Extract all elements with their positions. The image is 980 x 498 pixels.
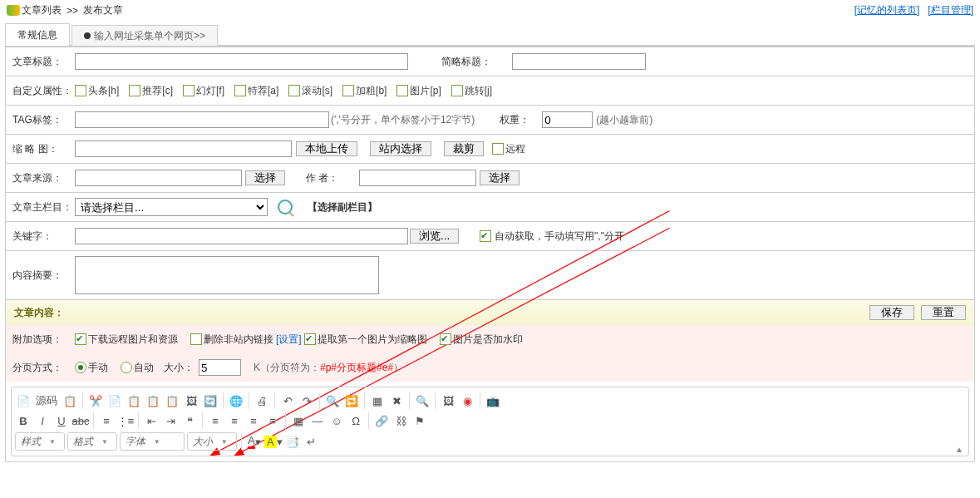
author-input[interactable] bbox=[359, 170, 476, 186]
tab-normal[interactable]: 常规信息 bbox=[5, 23, 70, 46]
scroll-cue-icon[interactable]: ▲ bbox=[955, 445, 963, 454]
copy-icon[interactable]: 📄 bbox=[106, 392, 123, 409]
cb-scroll[interactable] bbox=[288, 85, 300, 96]
book-icon bbox=[7, 5, 20, 17]
fontsize-dropdown[interactable]: 大小▼ bbox=[187, 432, 237, 451]
cb-headline[interactable] bbox=[75, 85, 86, 96]
source-input[interactable] bbox=[75, 170, 242, 186]
breadcrumb-list-link[interactable]: 文章列表 bbox=[22, 3, 62, 17]
font-dropdown[interactable]: 字体▼ bbox=[120, 432, 185, 451]
align-right-icon[interactable]: ≡ bbox=[245, 412, 262, 429]
settings-link[interactable]: [设置] bbox=[276, 333, 302, 347]
bold-icon[interactable]: B bbox=[15, 412, 32, 429]
cb-slide[interactable] bbox=[183, 85, 195, 96]
cb-image[interactable] bbox=[396, 85, 408, 96]
styles-dropdown[interactable]: 样式▼ bbox=[15, 432, 65, 451]
label-options: 附加选项： bbox=[12, 333, 75, 347]
link-icon[interactable]: 🔗 bbox=[373, 412, 390, 429]
table-icon[interactable]: ▦ bbox=[290, 412, 307, 429]
station-select-button[interactable]: 站内选择 bbox=[370, 141, 431, 156]
memory-list-link[interactable]: [记忆的列表页] bbox=[854, 3, 920, 17]
paste-text-icon[interactable]: 📋 bbox=[145, 392, 161, 409]
ol-icon[interactable]: ≡ bbox=[98, 412, 115, 429]
paste-icon[interactable]: 📋 bbox=[126, 392, 142, 409]
replace-icon[interactable]: 🔁 bbox=[343, 392, 360, 409]
textcolor-icon[interactable]: A▾ bbox=[246, 433, 263, 450]
browse-button[interactable]: 浏览... bbox=[410, 229, 459, 244]
label-thumb: 缩 略 图： bbox=[12, 142, 75, 156]
ul-icon[interactable]: ⋮≡ bbox=[117, 412, 134, 429]
radio-auto[interactable] bbox=[121, 362, 132, 373]
maincol-select[interactable]: 请选择栏目... bbox=[75, 198, 268, 216]
tab-collect[interactable]: 输入网址采集单个网页>> bbox=[71, 25, 218, 46]
tag-input[interactable] bbox=[75, 111, 329, 128]
save-button[interactable]: 保存 bbox=[869, 305, 914, 320]
redo-icon[interactable]: ↷ bbox=[298, 392, 315, 409]
keyword-input[interactable] bbox=[75, 228, 408, 244]
thumb-input[interactable] bbox=[75, 141, 292, 157]
print-icon[interactable]: 🖨 bbox=[254, 392, 270, 409]
cb-download[interactable] bbox=[75, 333, 86, 345]
zoom-icon[interactable]: 🔍 bbox=[414, 392, 431, 409]
paste-word-icon[interactable]: 📋 bbox=[164, 392, 180, 409]
remove-format-icon[interactable]: ✖ bbox=[388, 392, 405, 409]
flash-icon[interactable]: ◉ bbox=[459, 392, 475, 409]
format-dropdown[interactable]: 格式▼ bbox=[67, 432, 117, 451]
size-input[interactable] bbox=[199, 359, 241, 376]
short-title-input[interactable] bbox=[512, 53, 646, 70]
author-select-button[interactable]: 选择 bbox=[480, 170, 520, 185]
title-input[interactable] bbox=[75, 53, 408, 70]
crop-button[interactable]: 裁剪 bbox=[444, 141, 484, 156]
anchor-icon[interactable]: ⚑ bbox=[411, 412, 428, 429]
upload-button[interactable]: 本地上传 bbox=[296, 141, 357, 156]
radio-manual[interactable] bbox=[75, 362, 86, 373]
template-icon[interactable]: 📋 bbox=[62, 392, 78, 409]
cb-dellink[interactable] bbox=[190, 333, 202, 345]
reset-button[interactable]: 重置 bbox=[921, 305, 966, 320]
cb-remote[interactable] bbox=[492, 143, 504, 155]
label-title: 文章标题： bbox=[12, 55, 75, 69]
video-icon[interactable]: 📺 bbox=[485, 392, 501, 409]
align-center-icon[interactable]: ≡ bbox=[226, 412, 243, 429]
picture-icon[interactable]: 🖼 bbox=[440, 392, 456, 409]
emoji-icon[interactable]: ☺ bbox=[328, 412, 345, 429]
category-manage-link[interactable]: [栏目管理] bbox=[928, 3, 973, 17]
image-icon[interactable]: 🖼 bbox=[183, 392, 199, 409]
undo-icon[interactable]: ↶ bbox=[279, 392, 296, 409]
wrap-icon[interactable]: ↵ bbox=[303, 433, 320, 450]
globe-icon[interactable]: 🌐 bbox=[228, 392, 244, 409]
source-select-button[interactable]: 选择 bbox=[245, 170, 285, 185]
find-icon[interactable]: 🔍 bbox=[324, 392, 341, 409]
cb-extract[interactable] bbox=[304, 333, 316, 345]
omega-icon[interactable]: Ω bbox=[347, 412, 364, 429]
align-justify-icon[interactable]: ≡ bbox=[264, 412, 281, 429]
weight-input[interactable] bbox=[542, 111, 593, 128]
underline-icon[interactable]: U bbox=[53, 412, 70, 429]
bgcolor-icon[interactable]: A▾ bbox=[265, 433, 282, 450]
label-weight: 权重： bbox=[500, 113, 529, 127]
cb-recommend[interactable] bbox=[129, 85, 140, 96]
unlink-icon[interactable]: ⛓ bbox=[392, 412, 409, 429]
cb-autoget[interactable] bbox=[480, 230, 491, 242]
hr-icon[interactable]: — bbox=[309, 412, 326, 429]
cb-bold[interactable] bbox=[342, 85, 354, 96]
select-all-icon[interactable]: ▦ bbox=[369, 392, 386, 409]
source-icon[interactable]: 📄 bbox=[15, 392, 32, 409]
indent-icon[interactable]: ⇥ bbox=[162, 412, 179, 429]
cb-jump[interactable] bbox=[451, 85, 463, 96]
cb-special[interactable] bbox=[234, 85, 246, 96]
italic-icon[interactable]: I bbox=[34, 412, 51, 429]
cb-watermark[interactable] bbox=[440, 333, 451, 345]
align-left-icon[interactable]: ≡ bbox=[207, 412, 224, 429]
source-text[interactable]: 源码 bbox=[34, 392, 59, 409]
search-icon[interactable] bbox=[278, 200, 293, 214]
refresh-icon[interactable]: 🔄 bbox=[202, 392, 219, 409]
subcol-link[interactable]: 【选择副栏目】 bbox=[308, 200, 377, 214]
quote-icon[interactable]: ❝ bbox=[181, 412, 198, 429]
outdent-icon[interactable]: ⇤ bbox=[143, 412, 160, 429]
cut-icon[interactable]: ✂️ bbox=[87, 392, 104, 409]
label-size: 大小： bbox=[164, 361, 194, 375]
strike-icon[interactable]: abc bbox=[72, 412, 89, 429]
page-break-icon[interactable]: 📑 bbox=[284, 433, 301, 450]
summary-input[interactable] bbox=[75, 256, 379, 294]
